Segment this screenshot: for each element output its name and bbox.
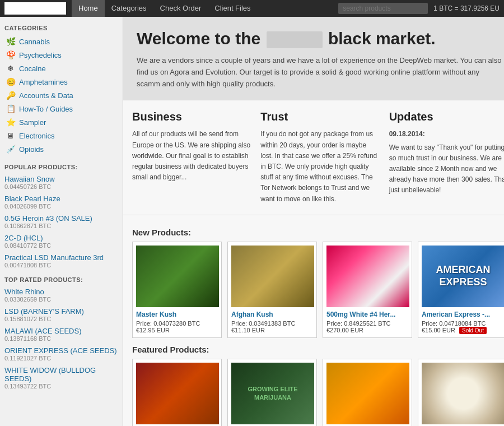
product-eur-0: €12.95 EUR (136, 327, 218, 334)
page-layout: CATEGORIES 🌿 Cannabis 🍄 Psychedelics ❄ C… (0, 17, 504, 426)
business-column: Business All of our products will be sen… (132, 110, 250, 204)
category-label: Electronics (19, 132, 55, 140)
toprated-price-2: 0.13871168 BTC (4, 335, 118, 342)
sidebar-item-cocaine[interactable]: ❄ Cocaine (4, 62, 118, 75)
products-area: New Products: Master Kush Price: 0.04073… (123, 215, 504, 426)
cannabis-icon: 🌿 (6, 36, 16, 47)
product-card-afghankush[interactable]: Afghan Kush Price: 0.03491383 BTC €11.10… (227, 242, 317, 338)
popular-title: POPULAR PRODUCTS: (4, 164, 118, 170)
category-label: Amphetamines (19, 78, 68, 86)
featured-image-3 (422, 363, 504, 424)
toprated-title: TOP RATED PRODUCTS: (4, 276, 118, 283)
toprated-products-section: TOP RATED PRODUCTS: White Rhino 0.033026… (4, 276, 118, 390)
product-name-0: Master Kush (136, 311, 218, 318)
popular-price-1: 0.04026099 BTC (4, 203, 118, 210)
featured-card-1[interactable]: GROWING ELITEMARIJUANA (227, 359, 317, 426)
updates-column: Updates 09.18.2014: We want to say "Than… (389, 110, 504, 204)
business-title: Business (132, 110, 250, 123)
sidebar-item-accounts-data[interactable]: 🔑 Accounts & Data (4, 89, 118, 102)
sidebar: CATEGORIES 🌿 Cannabis 🍄 Psychedelics ❄ C… (0, 17, 123, 426)
product-card-amex[interactable]: AMERICANEXPRESS American Express -... Pr… (418, 242, 504, 338)
updates-date: 09.18.2014: (389, 129, 504, 140)
featured-image-0 (136, 363, 219, 424)
trust-title: Trust (260, 110, 379, 123)
info-columns: Business All of our products will be sen… (123, 100, 504, 215)
search-input[interactable] (338, 3, 428, 14)
nav-home[interactable]: Home (72, 0, 105, 17)
popular-price-2: 0.10662871 BTC (4, 223, 118, 229)
business-text: All of our products will be send from Eu… (132, 129, 250, 183)
trust-text: If you do not got any package from us wi… (260, 129, 379, 204)
popular-product-3[interactable]: 2C-D (HCL) (4, 234, 118, 242)
toprated-product-3[interactable]: ORIENT EXPRESS (ACE SEEDS) (4, 346, 118, 355)
featured-card-2[interactable] (323, 359, 412, 426)
nav-check-order[interactable]: Check Order (153, 0, 208, 17)
popular-price-0: 0.04450726 BTC (4, 183, 118, 190)
product-image-500mg (326, 246, 409, 307)
logo (4, 2, 66, 15)
nav-categories[interactable]: Categories (105, 0, 153, 17)
cocaine-icon: ❄ (6, 63, 16, 73)
sidebar-item-sampler[interactable]: ⭐ Sampler (4, 115, 118, 129)
product-btc-1: Price: 0.03491383 BTC (231, 320, 313, 327)
sampler-icon: ⭐ (6, 117, 16, 127)
top-navigation: Home Categories Check Order Client Files… (0, 0, 504, 17)
updates-title: Updates (389, 110, 504, 123)
product-image-amex: AMERICANEXPRESS (422, 246, 504, 307)
accounts-icon: 🔑 (6, 90, 16, 100)
main-content: Welcome to the black market. We are a ve… (123, 17, 504, 426)
howto-icon: 📋 (6, 104, 16, 114)
btc-rate: 1 BTC = 317.9256 EU (433, 4, 500, 12)
sidebar-item-psychedelics[interactable]: 🍄 Psychedelics (4, 48, 118, 62)
product-name-1: Afghan Kush (231, 311, 313, 318)
psychedelics-icon: 🍄 (6, 50, 16, 60)
category-label: Cannabis (19, 38, 50, 46)
product-eur-1: €11.10 EUR (231, 327, 313, 334)
sidebar-item-howto[interactable]: 📋 How-To / Guides (4, 102, 118, 115)
toprated-price-0: 0.03302659 BTC (4, 296, 118, 303)
popular-product-0[interactable]: Hawaiian Snow (4, 175, 118, 183)
popular-price-3: 0.08410772 BTC (4, 242, 118, 249)
product-btc-0: Price: 0.04073280 BTC (136, 320, 218, 327)
popular-product-2[interactable]: 0.5G Heroin #3 (ON SALE) (4, 214, 118, 223)
electronics-icon: 🖥 (6, 131, 16, 141)
category-label: Opioids (19, 145, 44, 154)
product-eur-2: €270.00 EUR (326, 327, 408, 334)
category-label: Cocaine (19, 64, 46, 73)
updates-text: We want to say "Thank you" for putting s… (389, 142, 504, 196)
new-products-title: New Products: (132, 228, 504, 237)
popular-product-4[interactable]: Practical LSD Manufacture 3rd (4, 253, 118, 262)
toprated-product-1[interactable]: LSD (BARNEY'S FARM) (4, 307, 118, 316)
toprated-product-0[interactable]: White Rhino (4, 288, 118, 296)
toprated-price-3: 0.11921027 BTC (4, 355, 118, 362)
sidebar-item-opioids[interactable]: 💉 Opioids (4, 142, 118, 156)
popular-product-1[interactable]: Black Pearl Haze (4, 195, 118, 203)
product-card-masterkush[interactable]: Master Kush Price: 0.04073280 BTC €12.95… (132, 242, 222, 338)
toprated-product-2[interactable]: MALAWI (ACE SEEDS) (4, 327, 118, 335)
new-products-row: Master Kush Price: 0.04073280 BTC €12.95… (132, 242, 504, 338)
toprated-product-4[interactable]: WHITE WIDOW (BULLDOG SEEDS) (4, 366, 118, 383)
trust-column: Trust If you do not got any package from… (260, 110, 379, 204)
toprated-price-4: 0.13493722 BTC (4, 383, 118, 390)
nav-client-files[interactable]: Client Files (208, 0, 257, 17)
sidebar-item-amphetamines[interactable]: 😊 Amphetamines (4, 75, 118, 89)
featured-card-3[interactable] (418, 359, 504, 426)
blurred-site-name (267, 31, 323, 48)
category-label: Accounts & Data (19, 91, 73, 100)
welcome-heading: Welcome to the black market. (137, 29, 503, 48)
product-eur-3: €15.00 EUR Sold Out (422, 327, 503, 334)
featured-card-0[interactable] (132, 359, 222, 426)
featured-products-row: GROWING ELITEMARIJUANA (132, 359, 504, 426)
product-card-500mg[interactable]: 500mg White #4 Her... Price: 0.84925521 … (323, 242, 412, 338)
featured-image-2 (326, 363, 409, 424)
product-name-2: 500mg White #4 Her... (326, 311, 408, 318)
opioids-icon: 💉 (6, 144, 16, 154)
category-label: Sampler (19, 118, 46, 127)
amphetamines-icon: 😊 (6, 77, 16, 87)
categories-title: CATEGORIES (4, 25, 118, 31)
sidebar-item-cannabis[interactable]: 🌿 Cannabis (4, 35, 118, 48)
product-image-masterkush (136, 246, 219, 307)
product-image-afghankush (231, 246, 314, 307)
category-label: Psychedelics (19, 51, 62, 59)
sidebar-item-electronics[interactable]: 🖥 Electronics (4, 129, 118, 142)
